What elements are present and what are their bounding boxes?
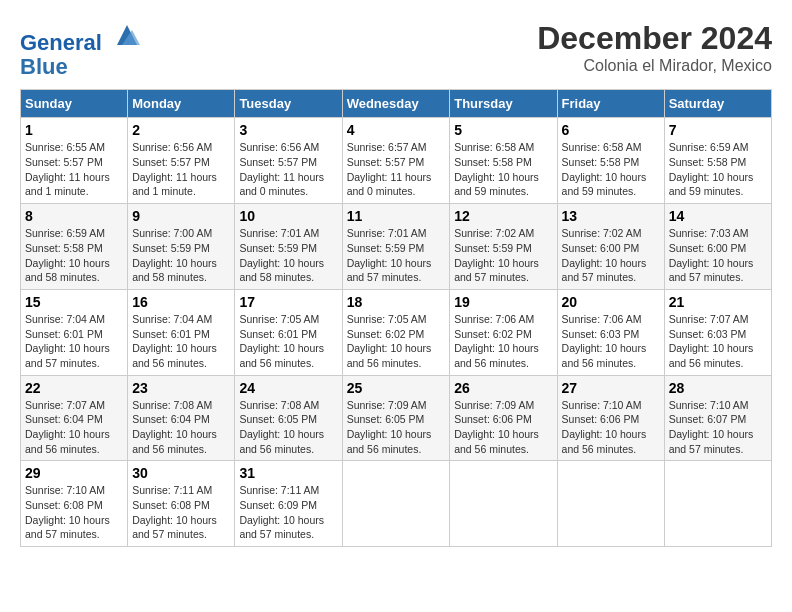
calendar-week-row: 1Sunrise: 6:55 AMSunset: 5:57 PMDaylight… [21,118,772,204]
day-number: 9 [132,208,230,224]
cell-info: Sunrise: 7:07 AMSunset: 6:03 PMDaylight:… [669,312,767,371]
calendar-table: SundayMondayTuesdayWednesdayThursdayFrid… [20,89,772,547]
calendar-cell: 25Sunrise: 7:09 AMSunset: 6:05 PMDayligh… [342,375,450,461]
calendar-cell: 10Sunrise: 7:01 AMSunset: 5:59 PMDayligh… [235,204,342,290]
calendar-cell: 22Sunrise: 7:07 AMSunset: 6:04 PMDayligh… [21,375,128,461]
calendar-cell: 24Sunrise: 7:08 AMSunset: 6:05 PMDayligh… [235,375,342,461]
cell-info: Sunrise: 7:00 AMSunset: 5:59 PMDaylight:… [132,226,230,285]
day-number: 2 [132,122,230,138]
page-header: General Blue December 2024 Colonia el Mi… [20,20,772,79]
calendar-cell: 9Sunrise: 7:00 AMSunset: 5:59 PMDaylight… [128,204,235,290]
calendar-week-row: 15Sunrise: 7:04 AMSunset: 6:01 PMDayligh… [21,289,772,375]
calendar-cell [557,461,664,547]
day-number: 27 [562,380,660,396]
calendar-cell: 17Sunrise: 7:05 AMSunset: 6:01 PMDayligh… [235,289,342,375]
logo-blue: Blue [20,55,142,79]
calendar-cell: 30Sunrise: 7:11 AMSunset: 6:08 PMDayligh… [128,461,235,547]
calendar-cell: 31Sunrise: 7:11 AMSunset: 6:09 PMDayligh… [235,461,342,547]
day-number: 20 [562,294,660,310]
calendar-week-row: 29Sunrise: 7:10 AMSunset: 6:08 PMDayligh… [21,461,772,547]
cell-info: Sunrise: 7:04 AMSunset: 6:01 PMDaylight:… [25,312,123,371]
calendar-cell: 19Sunrise: 7:06 AMSunset: 6:02 PMDayligh… [450,289,557,375]
day-number: 15 [25,294,123,310]
day-number: 18 [347,294,446,310]
cell-info: Sunrise: 6:56 AMSunset: 5:57 PMDaylight:… [132,140,230,199]
logo-text: General [20,20,142,55]
day-number: 29 [25,465,123,481]
day-number: 22 [25,380,123,396]
calendar-cell: 7Sunrise: 6:59 AMSunset: 5:58 PMDaylight… [664,118,771,204]
calendar-cell [450,461,557,547]
day-number: 13 [562,208,660,224]
cell-info: Sunrise: 7:01 AMSunset: 5:59 PMDaylight:… [239,226,337,285]
calendar-cell [342,461,450,547]
cell-info: Sunrise: 7:11 AMSunset: 6:09 PMDaylight:… [239,483,337,542]
weekday-header-monday: Monday [128,90,235,118]
cell-info: Sunrise: 7:01 AMSunset: 5:59 PMDaylight:… [347,226,446,285]
calendar-body: 1Sunrise: 6:55 AMSunset: 5:57 PMDaylight… [21,118,772,547]
weekday-header-friday: Friday [557,90,664,118]
logo-general: General [20,30,102,55]
calendar-cell: 29Sunrise: 7:10 AMSunset: 6:08 PMDayligh… [21,461,128,547]
calendar-cell: 13Sunrise: 7:02 AMSunset: 6:00 PMDayligh… [557,204,664,290]
month-title: December 2024 [537,20,772,57]
calendar-cell: 12Sunrise: 7:02 AMSunset: 5:59 PMDayligh… [450,204,557,290]
cell-info: Sunrise: 6:59 AMSunset: 5:58 PMDaylight:… [25,226,123,285]
day-number: 17 [239,294,337,310]
calendar-cell: 8Sunrise: 6:59 AMSunset: 5:58 PMDaylight… [21,204,128,290]
logo-icon [112,20,142,50]
cell-info: Sunrise: 7:06 AMSunset: 6:02 PMDaylight:… [454,312,552,371]
day-number: 21 [669,294,767,310]
calendar-header-row: SundayMondayTuesdayWednesdayThursdayFrid… [21,90,772,118]
day-number: 3 [239,122,337,138]
day-number: 24 [239,380,337,396]
calendar-cell: 4Sunrise: 6:57 AMSunset: 5:57 PMDaylight… [342,118,450,204]
location-title: Colonia el Mirador, Mexico [537,57,772,75]
cell-info: Sunrise: 7:10 AMSunset: 6:08 PMDaylight:… [25,483,123,542]
cell-info: Sunrise: 7:06 AMSunset: 6:03 PMDaylight:… [562,312,660,371]
day-number: 5 [454,122,552,138]
day-number: 8 [25,208,123,224]
calendar-cell: 28Sunrise: 7:10 AMSunset: 6:07 PMDayligh… [664,375,771,461]
cell-info: Sunrise: 7:09 AMSunset: 6:05 PMDaylight:… [347,398,446,457]
cell-info: Sunrise: 7:08 AMSunset: 6:04 PMDaylight:… [132,398,230,457]
day-number: 28 [669,380,767,396]
weekday-header-sunday: Sunday [21,90,128,118]
calendar-cell: 26Sunrise: 7:09 AMSunset: 6:06 PMDayligh… [450,375,557,461]
cell-info: Sunrise: 7:05 AMSunset: 6:01 PMDaylight:… [239,312,337,371]
calendar-week-row: 8Sunrise: 6:59 AMSunset: 5:58 PMDaylight… [21,204,772,290]
calendar-cell: 16Sunrise: 7:04 AMSunset: 6:01 PMDayligh… [128,289,235,375]
calendar-week-row: 22Sunrise: 7:07 AMSunset: 6:04 PMDayligh… [21,375,772,461]
calendar-cell: 27Sunrise: 7:10 AMSunset: 6:06 PMDayligh… [557,375,664,461]
cell-info: Sunrise: 7:10 AMSunset: 6:06 PMDaylight:… [562,398,660,457]
calendar-cell: 15Sunrise: 7:04 AMSunset: 6:01 PMDayligh… [21,289,128,375]
cell-info: Sunrise: 7:02 AMSunset: 5:59 PMDaylight:… [454,226,552,285]
day-number: 11 [347,208,446,224]
day-number: 23 [132,380,230,396]
day-number: 12 [454,208,552,224]
day-number: 19 [454,294,552,310]
day-number: 1 [25,122,123,138]
weekday-header-tuesday: Tuesday [235,90,342,118]
cell-info: Sunrise: 7:02 AMSunset: 6:00 PMDaylight:… [562,226,660,285]
calendar-cell: 5Sunrise: 6:58 AMSunset: 5:58 PMDaylight… [450,118,557,204]
cell-info: Sunrise: 6:58 AMSunset: 5:58 PMDaylight:… [562,140,660,199]
cell-info: Sunrise: 6:58 AMSunset: 5:58 PMDaylight:… [454,140,552,199]
day-number: 4 [347,122,446,138]
cell-info: Sunrise: 6:57 AMSunset: 5:57 PMDaylight:… [347,140,446,199]
weekday-header-wednesday: Wednesday [342,90,450,118]
day-number: 6 [562,122,660,138]
cell-info: Sunrise: 7:04 AMSunset: 6:01 PMDaylight:… [132,312,230,371]
day-number: 14 [669,208,767,224]
calendar-cell: 21Sunrise: 7:07 AMSunset: 6:03 PMDayligh… [664,289,771,375]
calendar-cell: 6Sunrise: 6:58 AMSunset: 5:58 PMDaylight… [557,118,664,204]
calendar-cell: 3Sunrise: 6:56 AMSunset: 5:57 PMDaylight… [235,118,342,204]
day-number: 30 [132,465,230,481]
day-number: 26 [454,380,552,396]
calendar-cell: 2Sunrise: 6:56 AMSunset: 5:57 PMDaylight… [128,118,235,204]
calendar-cell: 14Sunrise: 7:03 AMSunset: 6:00 PMDayligh… [664,204,771,290]
day-number: 25 [347,380,446,396]
cell-info: Sunrise: 7:07 AMSunset: 6:04 PMDaylight:… [25,398,123,457]
calendar-cell: 23Sunrise: 7:08 AMSunset: 6:04 PMDayligh… [128,375,235,461]
cell-info: Sunrise: 6:56 AMSunset: 5:57 PMDaylight:… [239,140,337,199]
